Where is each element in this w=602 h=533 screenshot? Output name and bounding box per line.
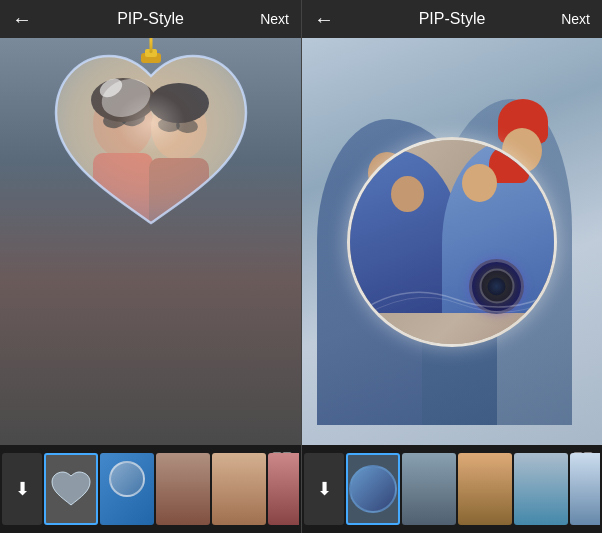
left-thumb-0[interactable] bbox=[44, 453, 98, 525]
right-main-image bbox=[302, 38, 602, 445]
left-thumb-1[interactable] bbox=[100, 453, 154, 525]
left-thumb-4[interactable] bbox=[268, 453, 299, 525]
left-header: ← PIP-Style Next bbox=[0, 0, 301, 38]
heart-svg bbox=[51, 48, 251, 233]
circle-frame-container bbox=[347, 137, 557, 347]
left-thumbnail-strip: ⬇ bbox=[0, 445, 301, 533]
left-title: PIP-Style bbox=[117, 10, 184, 28]
left-thumb-list bbox=[44, 453, 299, 525]
right-back-button[interactable]: ← bbox=[314, 9, 334, 29]
spiral-decoration bbox=[350, 269, 557, 329]
left-panel: ← PIP-Style Next bbox=[0, 0, 301, 533]
right-download-icon: ⬇ bbox=[317, 478, 332, 500]
right-thumb-circle-icon bbox=[349, 465, 397, 513]
right-thumb-2[interactable] bbox=[458, 453, 512, 525]
left-download-icon: ⬇ bbox=[15, 478, 30, 500]
right-thumb-list bbox=[346, 453, 600, 525]
left-main-image bbox=[0, 38, 301, 445]
right-download-button[interactable]: ⬇ bbox=[304, 453, 344, 525]
right-thumbnail-strip: ⬇ bbox=[302, 445, 602, 533]
right-thumb-1[interactable] bbox=[402, 453, 456, 525]
right-thumb-3[interactable] bbox=[514, 453, 568, 525]
left-back-button[interactable]: ← bbox=[12, 9, 32, 29]
right-thumb-4[interactable] bbox=[570, 453, 600, 525]
chain bbox=[149, 38, 152, 53]
right-header: ← PIP-Style Next bbox=[302, 0, 602, 38]
left-thumb-2[interactable] bbox=[156, 453, 210, 525]
left-next-button[interactable]: Next bbox=[260, 11, 289, 27]
left-thumb-3[interactable] bbox=[212, 453, 266, 525]
heart-frame bbox=[51, 48, 251, 228]
right-title: PIP-Style bbox=[419, 10, 486, 28]
circle-face-left bbox=[391, 176, 424, 212]
circle-frame bbox=[347, 137, 557, 347]
left-download-button[interactable]: ⬇ bbox=[2, 453, 42, 525]
right-next-button[interactable]: Next bbox=[561, 11, 590, 27]
right-panel: ← PIP-Style Next bbox=[301, 0, 602, 533]
right-thumb-0[interactable] bbox=[346, 453, 400, 525]
